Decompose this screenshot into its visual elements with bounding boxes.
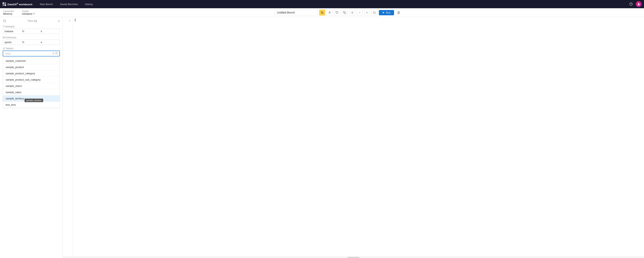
format-button[interactable] <box>349 9 355 15</box>
scroll-hint <box>63 257 644 258</box>
editor-content: 1 <box>63 17 644 257</box>
table-list-item[interactable]: sample_product_category <box>3 70 60 77</box>
duplicate-button[interactable] <box>342 9 348 15</box>
nav-new-bench[interactable]: New Bench <box>36 0 56 8</box>
bench-name-input[interactable] <box>274 10 318 15</box>
edit-cluster-icon[interactable]: ✎ <box>33 12 35 15</box>
svg-rect-1 <box>4 2 6 4</box>
cursor-line <box>75 19 642 21</box>
share-button[interactable] <box>327 9 332 15</box>
schema-chevron-icon[interactable]: ∨ <box>40 41 58 44</box>
sidebar-search-icon[interactable] <box>3 19 7 23</box>
table-list-item[interactable]: sample_product <box>3 64 60 70</box>
catalog-dropdown[interactable]: icebase ↻ ∨ <box>3 29 60 34</box>
brand-logo: DataOS® workbench <box>2 2 32 6</box>
svg-rect-9 <box>344 12 346 14</box>
tag-button[interactable] <box>334 9 340 15</box>
table-list-item[interactable]: sample_product_sub_category <box>3 77 60 83</box>
connection-value: Minerva <box>3 12 14 15</box>
tables-section: 12 Table(s) ↻ <box>0 46 62 58</box>
editor-area: 1 <box>63 17 644 258</box>
table-list-item[interactable]: sample_sales <box>3 89 60 95</box>
schemas-count: 84 Schema(s) <box>3 36 60 39</box>
cluster-info: Cluster miniature ✎ <box>22 10 35 15</box>
table-list-item[interactable]: sample_customer <box>3 58 60 64</box>
sub-header: Connection Minerva Cluster miniature ✎ <box>0 8 644 17</box>
sidebar-header: Trino Sql ∧ <box>0 17 62 24</box>
svg-point-5 <box>631 5 631 5</box>
table-list-item[interactable]: test_lens <box>3 102 60 108</box>
svg-line-21 <box>57 54 58 54</box>
line-number-1: 1 <box>63 19 72 22</box>
collapse-sidebar-icon[interactable]: ∧ <box>58 19 60 22</box>
brand-text: DataOS® workbench <box>8 2 32 6</box>
user-avatar[interactable] <box>636 1 642 7</box>
scroll-thumb <box>348 257 359 258</box>
main-layout: Trino Sql ∧ 7 Catalog(s) icebase ↻ ∨ 84 … <box>0 17 644 258</box>
svg-line-17 <box>375 13 375 14</box>
zoom-out-button[interactable]: − <box>356 9 362 15</box>
svg-point-7 <box>329 11 330 12</box>
svg-point-18 <box>4 20 6 22</box>
svg-rect-0 <box>2 2 4 4</box>
cluster-value: miniature ✎ <box>22 12 35 15</box>
catalog-refresh-icon[interactable]: ↻ <box>22 30 40 33</box>
svg-point-20 <box>56 52 58 54</box>
table-search-icon[interactable] <box>55 52 58 55</box>
schema-refresh-icon[interactable]: ↻ <box>22 41 40 44</box>
table-list-item[interactable]: sample_territory <box>3 95 60 102</box>
table-list-item[interactable]: sample_return <box>3 83 60 89</box>
catalog-value: icebase <box>4 30 22 33</box>
cluster-label: Cluster <box>22 10 35 12</box>
svg-point-6 <box>638 3 639 4</box>
svg-point-16 <box>373 11 375 13</box>
save-button[interactable] <box>319 9 325 15</box>
schemas-section: 84 Schema(s) sports ↻ ∨ <box>0 35 62 46</box>
editor-cursor <box>75 19 75 21</box>
tables-count: 12 Table(s) <box>3 47 60 50</box>
line-numbers: 1 <box>63 17 72 257</box>
trino-sql-label: Trino Sql <box>28 19 37 22</box>
find-button[interactable] <box>372 9 377 15</box>
table-search-row: ↻ <box>3 51 60 56</box>
nav-history[interactable]: History <box>82 0 96 8</box>
sidebar: Trino Sql ∧ 7 Catalog(s) icebase ↻ ∨ 84 … <box>0 17 63 258</box>
catalogs-count: 7 Catalog(s) <box>3 25 60 28</box>
schema-dropdown[interactable]: sports ↻ ∨ <box>3 40 60 45</box>
connection-label: Connection <box>3 10 14 12</box>
table-list: sample_customersample_productsample_prod… <box>3 58 60 108</box>
run-button[interactable]: Run <box>379 10 394 15</box>
code-editor[interactable] <box>72 17 644 257</box>
help-icon[interactable] <box>628 1 634 7</box>
dataos-icon <box>2 2 6 6</box>
svg-rect-2 <box>2 4 4 6</box>
zoom-in-button[interactable]: + <box>364 9 370 15</box>
top-nav: DataOS® workbench New Bench Saved Benche… <box>0 0 644 8</box>
table-refresh-icon[interactable]: ↻ <box>52 52 54 55</box>
bench-toolbar: − + Run <box>35 9 641 15</box>
catalog-chevron-icon[interactable]: ∨ <box>40 30 58 33</box>
delete-button[interactable] <box>396 9 402 15</box>
svg-line-19 <box>5 21 6 22</box>
table-search-input[interactable] <box>5 52 52 55</box>
connection-info: Connection Minerva <box>3 10 14 15</box>
schema-value: sports <box>4 41 22 44</box>
catalogs-section: 7 Catalog(s) icebase ↻ ∨ <box>0 24 62 35</box>
svg-rect-3 <box>4 4 6 6</box>
nav-saved-benches[interactable]: Saved Benches <box>56 0 82 8</box>
